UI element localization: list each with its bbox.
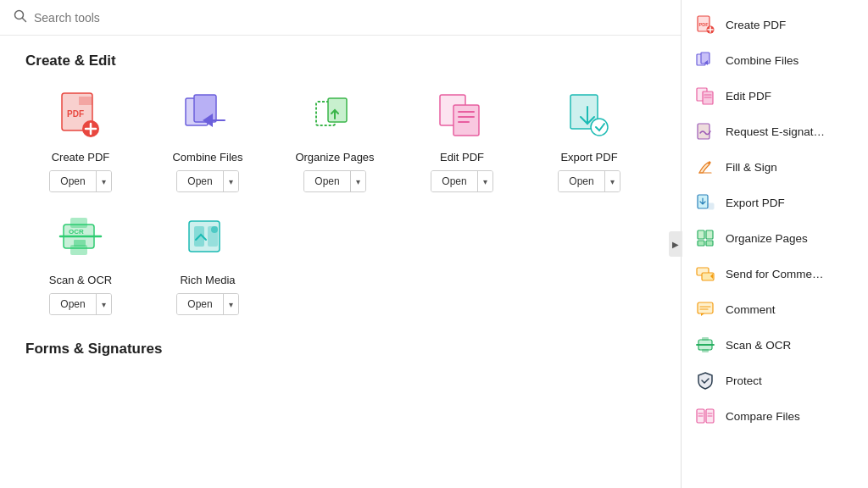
sidebar-item-create-pdf[interactable]: PDF Create PDF: [682, 7, 868, 42]
sidebar-edit-pdf-label: Edit PDF: [726, 90, 771, 103]
rich-media-label: Rich Media: [180, 274, 235, 286]
combine-files-label: Combine Files: [172, 151, 242, 164]
sidebar-send-comment-label: Send for Comme…: [726, 268, 824, 280]
tool-scan-ocr: OCR Scan & OCR Open ▾: [25, 209, 136, 315]
organize-pages-open-main[interactable]: Open: [304, 171, 350, 191]
left-panel: Create & Edit PDF Create PDF Open: [0, 0, 682, 488]
svg-text:PDF: PDF: [699, 22, 709, 27]
tool-export-pdf: Export PDF Open ▾: [534, 86, 644, 192]
sidebar-edit-pdf-icon: [695, 86, 715, 106]
svg-line-1: [23, 18, 26, 21]
right-panel: PDF Create PDF Combine Files: [682, 0, 868, 488]
sidebar-item-export-pdf[interactable]: Export PDF: [682, 185, 868, 220]
scan-ocr-icon: OCR: [52, 209, 109, 267]
edit-pdf-open-btn[interactable]: Open ▾: [431, 170, 492, 192]
sidebar-create-pdf-label: Create PDF: [726, 19, 786, 31]
sidebar-item-combine-files[interactable]: Combine Files: [682, 42, 868, 78]
sidebar-comment-icon: [695, 299, 715, 319]
svg-rect-52: [698, 302, 713, 313]
expand-panel-arrow[interactable]: ▶: [669, 231, 682, 257]
sidebar-request-esig-icon: [695, 121, 715, 141]
svg-rect-48: [698, 241, 704, 246]
sidebar-item-scan-ocr[interactable]: Scan & OCR: [682, 327, 868, 363]
svg-point-20: [591, 119, 608, 136]
tools-content: Create & Edit PDF Create PDF Open: [0, 36, 681, 488]
edit-pdf-open-main[interactable]: Open: [431, 171, 477, 191]
sidebar-item-fill-sign[interactable]: Fill & Sign: [682, 149, 868, 185]
tool-combine-files: Combine Files Open ▾: [153, 86, 263, 192]
tool-organize-pages: Organize Pages Open ▾: [280, 86, 390, 192]
organize-pages-open-arrow[interactable]: ▾: [351, 171, 365, 191]
combine-files-open-btn[interactable]: Open ▾: [176, 170, 238, 192]
sidebar-combine-files-icon: [695, 50, 715, 70]
tool-create-pdf: PDF Create PDF Open ▾: [25, 86, 136, 192]
sidebar-request-esig-label: Request E-signat…: [726, 125, 825, 138]
sidebar-item-compare-files[interactable]: Compare Files: [682, 398, 868, 434]
create-pdf-open-main[interactable]: Open: [50, 171, 96, 191]
create-pdf-label: Create PDF: [52, 151, 110, 164]
svg-rect-23: [70, 218, 87, 228]
sidebar-organize-pages-label: Organize Pages: [726, 232, 808, 245]
combine-files-open-main[interactable]: Open: [177, 171, 223, 191]
rich-media-open-btn[interactable]: Open ▾: [176, 293, 238, 315]
export-pdf-open-arrow[interactable]: ▾: [605, 171, 620, 191]
svg-rect-58: [702, 349, 709, 352]
svg-rect-8: [194, 95, 216, 122]
rich-media-icon: [179, 209, 236, 267]
sidebar-item-protect[interactable]: Protect: [682, 363, 868, 398]
svg-text:PDF: PDF: [67, 109, 84, 119]
sidebar-create-pdf-icon: PDF: [695, 14, 715, 35]
search-icon: [14, 9, 27, 26]
sidebar-protect-icon: [695, 370, 715, 391]
search-input[interactable]: [34, 11, 667, 25]
export-pdf-icon: [560, 86, 618, 144]
tool-rich-media: Rich Media Open ▾: [153, 209, 263, 315]
create-edit-title: Create & Edit: [25, 53, 655, 69]
tool-edit-pdf: Edit PDF Open ▾: [407, 86, 517, 192]
create-pdf-open-btn[interactable]: Open ▾: [49, 170, 111, 192]
svg-rect-26: [74, 240, 86, 247]
rich-media-open-arrow[interactable]: ▾: [224, 294, 238, 314]
sidebar-export-pdf-label: Export PDF: [726, 197, 785, 209]
svg-rect-14: [453, 105, 479, 136]
sidebar-item-edit-pdf[interactable]: Edit PDF: [682, 78, 868, 114]
organize-pages-open-btn[interactable]: Open ▾: [303, 170, 365, 192]
sidebar-comment-label: Comment: [726, 303, 776, 316]
sidebar-scan-ocr-icon: [695, 335, 715, 355]
sidebar-fill-sign-icon: [695, 157, 715, 177]
sidebar-compare-files-icon: [695, 406, 715, 426]
sidebar-compare-files-label: Compare Files: [726, 410, 800, 423]
sidebar-item-organize-pages[interactable]: Organize Pages: [682, 220, 868, 256]
svg-rect-47: [706, 230, 713, 239]
combine-files-icon: [179, 86, 236, 144]
sidebar-combine-files-label: Combine Files: [726, 54, 798, 67]
scan-ocr-open-main[interactable]: Open: [50, 294, 96, 314]
svg-rect-45: [708, 203, 714, 209]
svg-rect-49: [706, 241, 713, 246]
scan-ocr-open-arrow[interactable]: ▾: [97, 294, 111, 314]
edit-pdf-icon: [433, 86, 491, 144]
combine-files-open-arrow[interactable]: ▾: [224, 171, 238, 191]
scan-ocr-open-btn[interactable]: Open ▾: [49, 293, 111, 315]
sidebar-item-request-esig[interactable]: Request E-signat…: [682, 114, 868, 149]
svg-point-30: [211, 226, 218, 233]
export-pdf-open-btn[interactable]: Open ▾: [558, 170, 620, 192]
sidebar-send-comment-icon: [695, 263, 715, 284]
export-pdf-open-main[interactable]: Open: [559, 171, 604, 191]
svg-text:OCR: OCR: [69, 228, 84, 236]
create-pdf-open-arrow[interactable]: ▾: [97, 171, 111, 191]
svg-rect-57: [702, 337, 709, 341]
scan-ocr-label: Scan & OCR: [49, 274, 112, 286]
create-pdf-icon: PDF: [52, 86, 109, 144]
svg-rect-37: [701, 53, 709, 64]
search-bar: [0, 0, 681, 36]
sidebar-export-pdf-icon: [695, 192, 715, 213]
svg-rect-46: [698, 230, 704, 239]
rich-media-open-main[interactable]: Open: [177, 294, 223, 314]
create-edit-grid: PDF Create PDF Open ▾: [25, 86, 655, 315]
sidebar-item-send-comment[interactable]: Send for Comme…: [682, 256, 868, 291]
sidebar-item-comment[interactable]: Comment: [682, 291, 868, 327]
sidebar-protect-label: Protect: [726, 374, 762, 387]
edit-pdf-open-arrow[interactable]: ▾: [478, 171, 492, 191]
export-pdf-label: Export PDF: [560, 151, 617, 164]
